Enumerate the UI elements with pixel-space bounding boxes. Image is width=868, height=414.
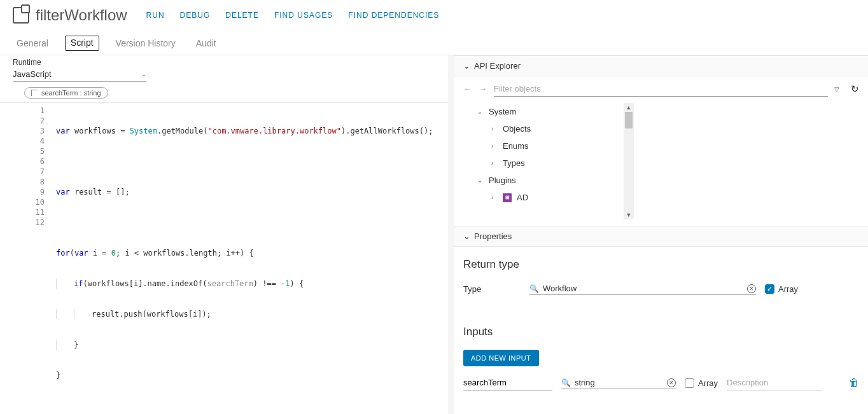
chevron-right-icon: › — [491, 125, 498, 132]
param-input-icon — [31, 90, 38, 96]
debug-button[interactable]: DEBUG — [180, 11, 211, 20]
nav-back-icon: ← — [463, 84, 472, 94]
return-type-heading: Return type — [463, 258, 859, 271]
tab-general[interactable]: General — [13, 36, 52, 55]
input-row-searchterm: 🔍 string ✕ Array 🗑 — [463, 375, 859, 390]
tab-audit[interactable]: Audit — [192, 36, 220, 55]
clear-icon[interactable]: ✕ — [667, 378, 676, 387]
array-checkbox[interactable]: ✓ — [765, 284, 774, 294]
tab-script[interactable]: Script — [65, 36, 99, 51]
trash-icon[interactable]: 🗑 — [849, 377, 859, 389]
plugin-icon: ⊞ — [503, 193, 512, 202]
input-array-checkbox[interactable] — [685, 378, 694, 388]
scrollbar-thumb[interactable] — [625, 112, 633, 128]
scroll-up-icon[interactable]: ▲ — [624, 103, 634, 112]
tree-node-types[interactable]: ›Types — [477, 155, 624, 172]
properties-header[interactable]: ⌄ Properties — [454, 226, 868, 247]
return-type-value: Workflow — [543, 284, 743, 293]
page-title: filterWorkflow — [36, 6, 127, 24]
runtime-select[interactable]: JavaScript ⌄ — [13, 67, 146, 82]
code-body[interactable]: var workflows = System.getModule("com.vm… — [50, 103, 448, 414]
runtime-label: Runtime — [13, 58, 435, 67]
chevron-down-icon: ⌄ — [463, 231, 470, 241]
type-label: Type — [463, 284, 521, 294]
filter-objects-input[interactable] — [494, 81, 828, 97]
add-new-input-button[interactable]: ADD NEW INPUT — [463, 350, 539, 366]
input-name-field[interactable] — [463, 375, 552, 390]
clear-icon[interactable]: ✕ — [747, 284, 756, 293]
tree-node-system[interactable]: ⌄System — [477, 103, 624, 120]
runtime-value: JavaScript — [13, 69, 52, 79]
find-dependencies-button[interactable]: FIND DEPENDENCIES — [348, 11, 439, 20]
api-explorer-header[interactable]: ⌄ API Explorer — [454, 55, 868, 76]
chevron-right-icon: › — [491, 142, 498, 149]
input-array-checkbox-wrap[interactable]: Array — [685, 378, 718, 388]
tree-node-objects[interactable]: ›Objects — [477, 120, 624, 137]
run-button[interactable]: RUN — [146, 11, 165, 20]
line-gutter: 123456789101112 — [0, 103, 50, 414]
chevron-right-icon: › — [491, 194, 498, 201]
input-array-label: Array — [698, 378, 718, 388]
search-icon: 🔍 — [529, 284, 539, 293]
tree-scrollbar[interactable]: ▲ ▼ — [624, 103, 634, 219]
scroll-down-icon[interactable]: ▼ — [624, 210, 634, 219]
chevron-down-icon: ⌄ — [141, 71, 146, 78]
input-type-picker[interactable]: 🔍 string ✕ — [561, 376, 676, 389]
filter-dropdown-icon[interactable]: ▽ — [834, 86, 839, 93]
return-type-picker[interactable]: 🔍 Workflow ✕ — [529, 282, 756, 295]
chevron-down-icon: ⌄ — [463, 61, 470, 71]
chevron-right-icon: › — [491, 160, 498, 167]
input-type-value: string — [575, 378, 663, 387]
array-label: Array — [778, 284, 798, 294]
tree-node-ad[interactable]: ›⊞AD — [477, 189, 624, 206]
inputs-heading: Inputs — [463, 326, 859, 338]
tree-node-plugins[interactable]: ⌄Plugins — [477, 172, 624, 189]
find-usages-button[interactable]: FIND USAGES — [274, 11, 333, 20]
param-chip-searchterm[interactable]: searchTerm : string — [24, 87, 108, 99]
api-explorer-title: API Explorer — [474, 61, 521, 71]
array-checkbox-wrap[interactable]: ✓ Array — [765, 284, 798, 294]
search-icon: 🔍 — [561, 378, 571, 387]
tree-node-enums[interactable]: ›Enums — [477, 137, 624, 155]
properties-title: Properties — [474, 231, 512, 241]
param-chip-label: searchTerm : string — [41, 89, 101, 97]
code-editor[interactable]: 123456789101112 var workflows = System.g… — [0, 102, 448, 414]
chevron-down-icon: ⌄ — [477, 108, 484, 115]
input-description-field[interactable] — [727, 375, 822, 390]
chevron-down-icon: ⌄ — [477, 177, 484, 184]
delete-button[interactable]: DELETE — [225, 11, 259, 20]
workflow-icon — [13, 7, 29, 24]
refresh-icon[interactable]: ↻ — [851, 83, 859, 95]
nav-forward-icon: → — [479, 84, 487, 94]
tab-version-history[interactable]: Version History — [112, 36, 179, 55]
